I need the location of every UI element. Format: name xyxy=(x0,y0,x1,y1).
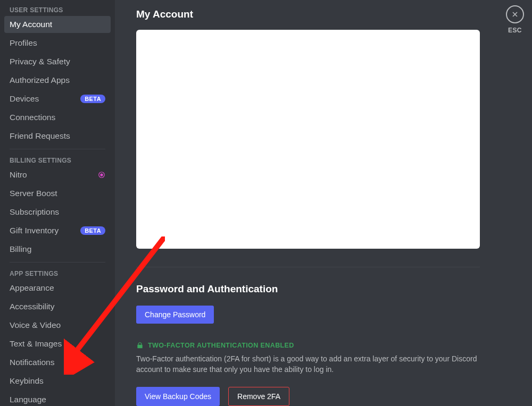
section-header-app-settings: APP SETTINGS xyxy=(4,268,111,280)
sidebar-item-friend-requests[interactable]: Friend Requests xyxy=(4,128,111,145)
sidebar-item-label: Server Boost xyxy=(10,189,57,198)
sidebar-item-privacy-safety[interactable]: Privacy & Safety xyxy=(4,53,111,70)
sidebar-item-label: Nitro xyxy=(10,170,27,180)
sidebar-item-my-account[interactable]: My Account xyxy=(4,16,111,33)
close-label: ESC xyxy=(503,27,527,34)
sidebar-item-subscriptions[interactable]: Subscriptions xyxy=(4,204,111,221)
sidebar-item-appearance[interactable]: Appearance xyxy=(4,280,111,297)
sidebar-item-label: Authorized Apps xyxy=(10,75,70,85)
twofa-button-row: View Backup Codes Remove 2FA xyxy=(136,387,480,406)
sidebar-item-voice-video[interactable]: Voice & Video xyxy=(4,317,111,334)
sidebar-item-connections[interactable]: Connections xyxy=(4,109,111,126)
nitro-icon xyxy=(98,171,105,179)
page-title: My Account xyxy=(136,9,480,20)
remove-2fa-button[interactable]: Remove 2FA xyxy=(228,387,289,406)
beta-badge: BETA xyxy=(80,95,105,103)
sidebar-item-label: Voice & Video xyxy=(10,320,61,330)
sidebar-item-label: Keybinds xyxy=(10,376,44,386)
password-auth-title: Password and Authentication xyxy=(136,283,480,295)
sidebar-item-text-images[interactable]: Text & Images xyxy=(4,335,111,352)
sidebar-item-profiles[interactable]: Profiles xyxy=(4,35,111,52)
sidebar-item-authorized-apps[interactable]: Authorized Apps xyxy=(4,72,111,89)
sidebar-item-label: Subscriptions xyxy=(10,207,59,217)
change-password-button[interactable]: Change Password xyxy=(136,306,214,324)
right-gutter: ESC xyxy=(501,0,532,406)
sidebar-item-notifications[interactable]: Notifications xyxy=(4,354,111,371)
svg-point-0 xyxy=(100,173,103,176)
sidebar-item-devices[interactable]: Devices BETA xyxy=(4,90,111,107)
sidebar-item-label: Gift Inventory xyxy=(10,226,59,235)
close-icon xyxy=(511,10,519,19)
sidebar-item-keybinds[interactable]: Keybinds xyxy=(4,373,111,390)
divider xyxy=(10,149,105,149)
sidebar-item-gift-inventory[interactable]: Gift Inventory BETA xyxy=(4,222,111,239)
sidebar-item-label: Accessibility xyxy=(10,302,54,311)
section-divider xyxy=(136,267,480,267)
sidebar-item-language[interactable]: Language xyxy=(4,391,111,406)
twofa-enabled-label: TWO-FACTOR AUTHENTICATION ENABLED xyxy=(148,342,294,349)
sidebar-item-label: My Account xyxy=(10,20,52,29)
lock-icon xyxy=(136,342,144,349)
twofa-status-row: TWO-FACTOR AUTHENTICATION ENABLED xyxy=(136,342,480,349)
profile-card xyxy=(136,30,480,249)
sidebar-item-label: Privacy & Safety xyxy=(10,57,70,66)
sidebar-item-label: Friend Requests xyxy=(10,131,70,141)
view-backup-codes-button[interactable]: View Backup Codes xyxy=(136,387,220,406)
sidebar-item-accessibility[interactable]: Accessibility xyxy=(4,298,111,315)
twofa-description: Two-Factor authentication (2FA for short… xyxy=(136,353,480,375)
main-content: My Account Password and Authentication C… xyxy=(115,0,501,406)
sidebar-item-label: Language xyxy=(10,395,46,404)
sidebar-item-label: Profiles xyxy=(10,38,37,48)
divider xyxy=(10,262,105,263)
settings-sidebar: USER SETTINGS My Account Profiles Privac… xyxy=(0,0,115,406)
sidebar-item-label: Notifications xyxy=(10,358,54,367)
sidebar-item-label: Appearance xyxy=(10,283,54,293)
sidebar-item-nitro[interactable]: Nitro xyxy=(4,166,111,183)
beta-badge: BETA xyxy=(80,226,105,235)
sidebar-item-server-boost[interactable]: Server Boost xyxy=(4,185,111,202)
close-button[interactable] xyxy=(506,5,524,23)
sidebar-item-label: Billing xyxy=(10,244,31,254)
section-header-billing-settings: BILLING SETTINGS xyxy=(4,155,111,166)
sidebar-item-billing[interactable]: Billing xyxy=(4,241,111,258)
sidebar-item-label: Connections xyxy=(10,113,55,122)
sidebar-item-label: Text & Images xyxy=(10,339,62,349)
section-header-user-settings: USER SETTINGS xyxy=(4,4,111,16)
sidebar-item-label: Devices xyxy=(10,94,39,104)
